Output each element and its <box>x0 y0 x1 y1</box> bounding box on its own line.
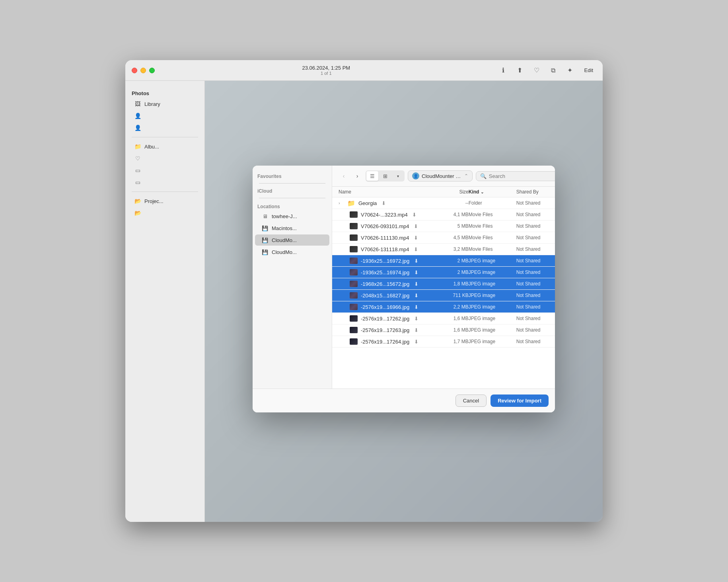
share-button[interactable]: ⬆ <box>514 65 526 76</box>
file-name: -2576x19...17262.jpg <box>361 316 409 322</box>
sidebar-item-heart[interactable]: ♡ <box>128 153 202 164</box>
maximize-button[interactable] <box>149 68 155 73</box>
search-input[interactable] <box>489 173 555 179</box>
file-shared: Not Shared <box>516 270 555 275</box>
col-size-header: Size <box>437 189 469 195</box>
cloudmo2-icon: 💾 <box>261 248 269 256</box>
file-size: 4,1 MB <box>437 212 469 217</box>
file-thumb <box>350 258 358 264</box>
file-name: -2576x19...16966.jpg <box>361 304 409 310</box>
file-thumb <box>350 281 358 287</box>
file-row[interactable]: -2576x19...17263.jpg ⬇ 1,6 MB JPEG image… <box>332 324 555 336</box>
import-dialog: Favourites iCloud Locations 🖥 towhee-J..… <box>253 166 555 412</box>
file-name-cell: -2576x19...16966.jpg ⬇ <box>339 303 437 311</box>
sidebar-item-project2[interactable]: 📂 <box>128 207 202 219</box>
albums-icon: 📁 <box>134 143 141 150</box>
file-name: -1968x26...15672.jpg <box>361 281 409 287</box>
traffic-lights <box>132 68 155 73</box>
file-size: 1,7 MB <box>437 339 469 344</box>
file-name-cell: V70624-...3223.mp4 ⬇ <box>339 211 437 218</box>
sidebar-item-projects[interactable]: 📂 Projec... <box>128 195 202 207</box>
sidebar-item-icloud[interactable]: 👤 <box>128 110 202 121</box>
file-thumb <box>350 223 358 229</box>
cancel-button[interactable]: Cancel <box>455 395 487 407</box>
info-button[interactable]: ℹ <box>498 65 509 76</box>
file-row[interactable]: V70626-131118.mp4 ⬇ 3,2 MB Movie Files N… <box>332 244 555 255</box>
file-name-cell: V70626-111130.mp4 ⬇ <box>339 234 437 241</box>
file-name: -1936x25...16972.jpg <box>361 258 409 264</box>
file-row[interactable]: V70624-...3223.mp4 ⬇ 4,1 MB Movie Files … <box>332 209 555 221</box>
search-icon: 🔍 <box>480 173 487 179</box>
file-thumb <box>350 246 358 252</box>
dialog-sidebar-item-macintos[interactable]: 💾 Macintos... <box>255 223 329 234</box>
dialog-content: ‹ › ☰ ⊞ ▾ 👤 CloudMounter - Marina's... ⌃ <box>332 166 555 389</box>
library-icon: 🖼 <box>134 100 141 107</box>
file-kind: JPEG image <box>469 327 516 333</box>
rect-icon: ▭ <box>134 167 141 174</box>
file-row-selected[interactable]: -1936x25...16974.jpg ⬇ 2 MB JPEG image N… <box>332 267 555 278</box>
list-view-button[interactable]: ☰ <box>366 171 378 181</box>
file-shared: Not Shared <box>516 339 555 344</box>
dialog-sidebar-item-cloudmo1[interactable]: 💾 CloudMo... <box>255 234 329 246</box>
file-row[interactable]: -2576x19...17264.jpg ⬇ 1,7 MB JPEG image… <box>332 336 555 348</box>
file-row-selected[interactable]: -2576x19...16966.jpg ⬇ 2,2 MB JPEG image… <box>332 301 555 313</box>
dialog-inner: Favourites iCloud Locations 🖥 towhee-J..… <box>253 166 555 389</box>
file-name-cell: V70626-131118.mp4 ⬇ <box>339 246 437 253</box>
dialog-sidebar-item-cloudmo2[interactable]: 💾 CloudMo... <box>255 246 329 258</box>
sidebar-item-person[interactable]: 👤 <box>128 122 202 133</box>
file-shared: Not Shared <box>516 327 555 333</box>
cloud-download-icon: ⬇ <box>413 257 420 264</box>
file-size: -- <box>437 200 469 206</box>
file-row[interactable]: V70626-111130.mp4 ⬇ 4,5 MB Movie Files N… <box>332 232 555 244</box>
sidebar-item-rect2[interactable]: ▭ <box>128 177 202 188</box>
location-chevron-icon: ⌃ <box>464 173 468 179</box>
file-list: Name Size Kind ⌄ Shared By <box>332 187 555 389</box>
people-button[interactable]: ✦ <box>564 65 576 76</box>
cloud-download-icon: ⬇ <box>413 303 420 311</box>
file-row-selected[interactable]: -1936x25...16972.jpg ⬇ 2 MB JPEG image N… <box>332 255 555 267</box>
view-dropdown-button[interactable]: ▾ <box>392 171 404 181</box>
icloud-sidebar-icon: 👤 <box>134 112 141 119</box>
file-thumb <box>350 338 358 345</box>
review-for-import-button[interactable]: Review for Import <box>491 395 549 407</box>
location-pill[interactable]: 👤 CloudMounter - Marina's... ⌃ <box>408 170 473 182</box>
photo-area: Favourites iCloud Locations 🖥 towhee-J..… <box>205 81 603 522</box>
minimize-button[interactable] <box>140 68 146 73</box>
file-name: -1936x25...16974.jpg <box>361 270 409 275</box>
duplicate-button[interactable]: ⧉ <box>548 65 559 76</box>
towhee-label: towhee-J... <box>272 213 297 219</box>
dialog-favourites-title: Favourites <box>253 172 332 180</box>
file-row-selected[interactable]: -2048x15...16827.jpg ⬇ 711 KB JPEG image… <box>332 290 555 301</box>
dialog-sidebar-item-towhee[interactable]: 🖥 towhee-J... <box>255 211 329 222</box>
sidebar-divider-2 <box>132 191 198 192</box>
cloudmo2-label: CloudMo... <box>272 249 297 255</box>
file-shared: Not Shared <box>516 316 555 321</box>
file-name-cell: V70626-093101.mp4 ⬇ <box>339 223 437 230</box>
file-size: 2 MB <box>437 270 469 275</box>
file-shared: Not Shared <box>516 258 555 264</box>
file-size: 4,5 MB <box>437 235 469 240</box>
file-name-cell: -2048x15...16827.jpg ⬇ <box>339 292 437 299</box>
file-thumb <box>350 292 358 299</box>
file-row-selected[interactable]: -1968x26...15672.jpg ⬇ 1,8 MB JPEG image… <box>332 278 555 290</box>
file-shared: Not Shared <box>516 293 555 298</box>
heart-button[interactable]: ♡ <box>531 65 542 76</box>
sidebar-item-albums[interactable]: 📁 Albu... <box>128 141 202 152</box>
sidebar-item-rect[interactable]: ▭ <box>128 165 202 176</box>
forward-button[interactable]: › <box>352 171 362 181</box>
file-row[interactable]: › 📁 Georgia ⬇ -- Folder Not Shared <box>332 197 555 209</box>
col-shared-header: Shared By <box>516 189 555 195</box>
back-button[interactable]: ‹ <box>339 171 349 181</box>
file-kind: Movie Files <box>469 212 516 217</box>
file-row[interactable]: -2576x19...17262.jpg ⬇ 1,6 MB JPEG image… <box>332 313 555 324</box>
cloud-download-icon: ⬇ <box>380 199 387 207</box>
file-row[interactable]: V70626-093101.mp4 ⬇ 5 MB Movie Files Not… <box>332 221 555 232</box>
sidebar-item-library[interactable]: 🖼 Library <box>128 98 202 109</box>
edit-button[interactable]: Edit <box>581 66 596 75</box>
close-button[interactable] <box>132 68 137 73</box>
sidebar-divider-1 <box>132 137 198 137</box>
cloud-download-icon: ⬇ <box>413 280 420 287</box>
projects-icon: 📂 <box>134 197 141 205</box>
content-area: Photos 🖼 Library 👤 👤 📁 Albu... ♡ ▭ <box>125 81 603 522</box>
grid-view-button[interactable]: ⊞ <box>379 171 391 181</box>
